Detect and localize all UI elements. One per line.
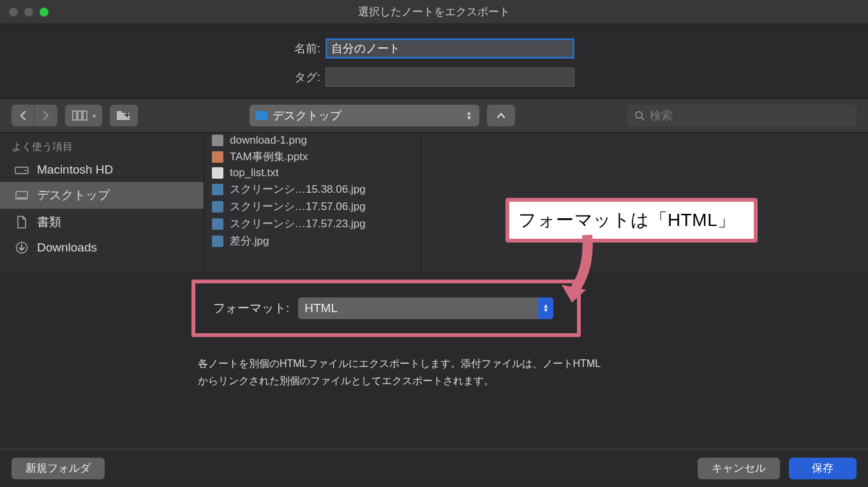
sidebar-item[interactable]: Downloads bbox=[0, 236, 204, 260]
file-icon bbox=[212, 167, 223, 179]
file-name: top_list.txt bbox=[230, 167, 279, 179]
svg-rect-0 bbox=[73, 111, 77, 120]
file-row[interactable]: スクリーンシ…15.38.06.jpg bbox=[204, 181, 421, 198]
location-popup[interactable]: デスクトップ ▲▼ bbox=[250, 105, 479, 126]
svg-rect-2 bbox=[83, 111, 87, 120]
file-icon bbox=[212, 135, 223, 146]
sidebar-item-label: 書類 bbox=[37, 214, 61, 230]
sidebar-item-label: Macintosh HD bbox=[37, 163, 113, 177]
file-icon bbox=[212, 184, 223, 195]
window-title: 選択したノートをエクスポート bbox=[0, 4, 868, 19]
document-icon bbox=[14, 216, 29, 229]
file-name: スクリーンシ…17.57.06.jpg bbox=[230, 199, 366, 214]
sidebar-item[interactable]: デスクトップ bbox=[0, 182, 204, 209]
file-column: download-1.pngTAM事例集.pptxtop_list.txtスクリ… bbox=[204, 133, 421, 272]
name-input[interactable] bbox=[326, 38, 574, 59]
file-row[interactable]: top_list.txt bbox=[204, 165, 421, 181]
svg-point-8 bbox=[25, 170, 27, 172]
nav-buttons bbox=[11, 105, 57, 126]
file-icon bbox=[212, 236, 223, 247]
hdd-icon bbox=[14, 163, 29, 176]
file-row[interactable]: 差分.jpg bbox=[204, 232, 421, 250]
save-meta-area: 名前: タグ: bbox=[0, 24, 868, 98]
file-name: スクリーンシ…15.38.06.jpg bbox=[230, 182, 366, 197]
file-row[interactable]: スクリーンシ…17.57.06.jpg bbox=[204, 198, 421, 215]
new-folder-toolbar-button[interactable] bbox=[110, 105, 138, 126]
file-name: TAM事例集.pptx bbox=[230, 149, 308, 164]
sidebar-item[interactable]: Macintosh HD bbox=[0, 158, 204, 182]
forward-button[interactable] bbox=[34, 105, 57, 126]
format-highlight-box: フォーマット: HTML ▲▼ bbox=[191, 280, 581, 337]
back-button[interactable] bbox=[11, 105, 34, 126]
dialog-footer: 新規フォルダ キャンセル 保存 bbox=[0, 449, 868, 487]
file-row[interactable]: スクリーンシ…17.57.23.jpg bbox=[204, 215, 421, 232]
file-icon bbox=[212, 218, 223, 230]
sidebar: よく使う項目 Macintosh HDデスクトップ書類Downloads bbox=[0, 133, 204, 272]
download-icon bbox=[14, 241, 29, 254]
format-section: フォーマット: HTML ▲▼ 各ノートを別個のHTMLファイルにエクスポートし… bbox=[0, 272, 868, 389]
sidebar-section-header: よく使う項目 bbox=[0, 137, 204, 158]
folder-icon bbox=[256, 111, 267, 120]
sidebar-item-label: デスクトップ bbox=[37, 187, 110, 204]
sidebar-item-label: Downloads bbox=[37, 241, 97, 255]
save-button[interactable]: 保存 bbox=[789, 458, 857, 479]
desktop-icon bbox=[14, 189, 29, 202]
tag-input[interactable] bbox=[326, 68, 574, 87]
view-mode-button[interactable]: ▾ bbox=[65, 105, 102, 126]
format-value: HTML bbox=[304, 301, 338, 315]
location-label: デスクトップ bbox=[273, 108, 341, 123]
sidebar-item[interactable]: 書類 bbox=[0, 209, 204, 236]
svg-rect-1 bbox=[78, 111, 82, 120]
tag-label: タグ: bbox=[0, 70, 326, 85]
file-name: 差分.jpg bbox=[230, 234, 269, 248]
finder-toolbar: ▾ デスクトップ ▲▼ 検索 bbox=[0, 98, 868, 133]
file-name: download-1.png bbox=[230, 134, 307, 147]
titlebar: 選択したノートをエクスポート bbox=[0, 0, 868, 24]
file-icon bbox=[212, 151, 223, 163]
file-icon bbox=[212, 201, 223, 213]
file-row[interactable]: download-1.png bbox=[204, 133, 421, 148]
name-label: 名前: bbox=[0, 41, 326, 56]
format-select[interactable]: HTML ▲▼ bbox=[298, 297, 553, 319]
annotation-callout: フォーマットは「HTML」 bbox=[505, 198, 758, 243]
search-field[interactable]: 検索 bbox=[627, 105, 857, 126]
svg-point-5 bbox=[636, 112, 642, 118]
collapse-button[interactable] bbox=[487, 105, 515, 126]
search-icon bbox=[634, 110, 645, 121]
file-name: スクリーンシ…17.57.23.jpg bbox=[230, 216, 366, 231]
cancel-button[interactable]: キャンセル bbox=[698, 458, 780, 479]
file-row[interactable]: TAM事例集.pptx bbox=[204, 148, 421, 165]
chevron-updown-icon: ▲▼ bbox=[464, 107, 474, 124]
format-description: 各ノートを別個のHTMLファイルにエクスポートします。添付ファイルは、ノートHT… bbox=[198, 355, 606, 389]
search-placeholder: 検索 bbox=[650, 108, 673, 123]
format-label: フォーマット: bbox=[213, 300, 289, 317]
svg-line-6 bbox=[641, 117, 644, 120]
new-folder-button[interactable]: 新規フォルダ bbox=[11, 458, 105, 479]
callout-text: フォーマットは「HTML」 bbox=[518, 210, 736, 230]
svg-rect-10 bbox=[17, 197, 26, 199]
chevron-updown-icon: ▲▼ bbox=[538, 297, 553, 319]
